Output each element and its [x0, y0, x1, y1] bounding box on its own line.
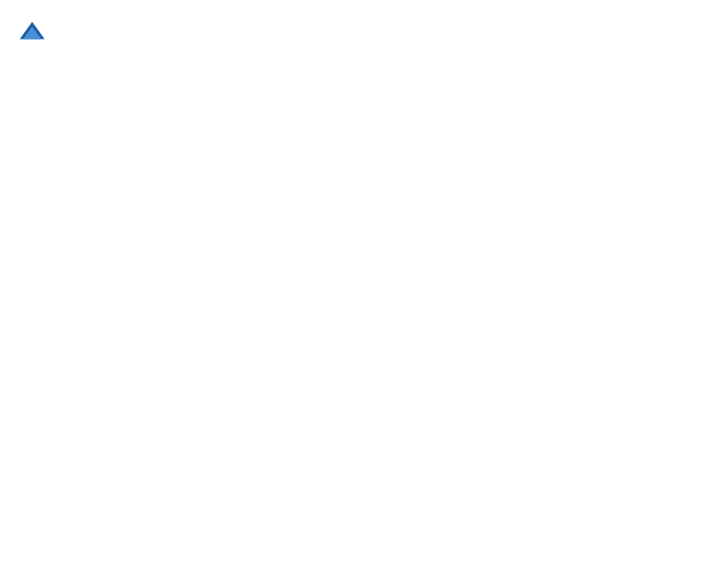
page-header	[18, 18, 710, 46]
logo	[18, 18, 50, 46]
logo-icon	[18, 18, 46, 46]
